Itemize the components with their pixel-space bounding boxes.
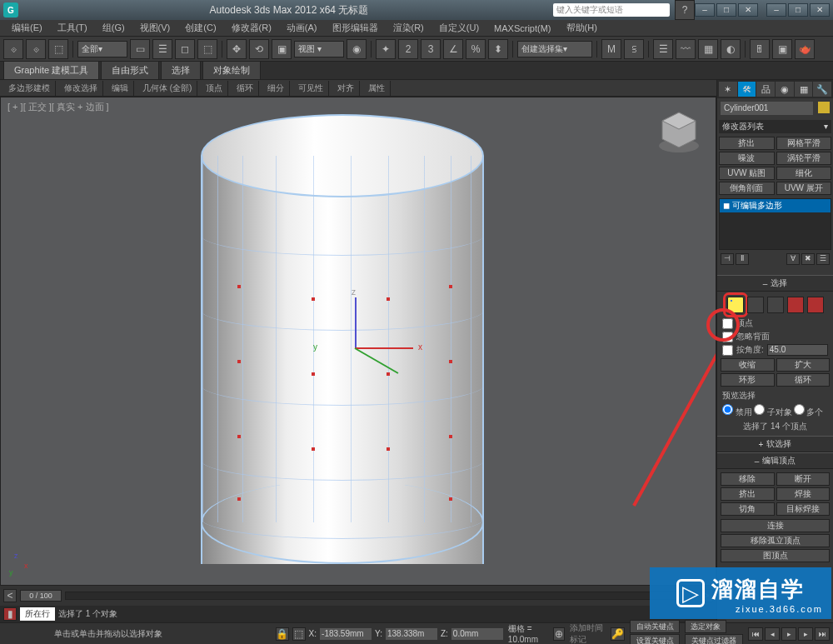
modify-tab-icon[interactable]: 🛠 bbox=[738, 82, 756, 97]
btn-grow[interactable]: 扩大 bbox=[776, 358, 831, 372]
display-tab-icon[interactable]: ▦ bbox=[795, 82, 813, 97]
menu-maxscript[interactable]: MAXScript(M) bbox=[487, 22, 557, 35]
time-knob[interactable]: 0 / 100 bbox=[20, 590, 62, 602]
viewport-label[interactable]: [ + ][ 正交 ][ 真实 + 边面 ] bbox=[7, 101, 109, 113]
goto-start-icon[interactable]: ⏮ bbox=[748, 627, 763, 641]
autokey-button[interactable]: 自动关键点 bbox=[630, 620, 680, 633]
angle-snap-icon[interactable]: ∠ bbox=[443, 39, 463, 59]
btn-connect[interactable]: 连接 bbox=[721, 519, 830, 532]
add-time-label[interactable]: 添加时间标记 bbox=[570, 622, 606, 645]
time-config-icon[interactable]: < bbox=[3, 589, 17, 602]
minimize-button-2[interactable]: – bbox=[766, 3, 786, 17]
object-color-swatch[interactable] bbox=[818, 102, 830, 113]
menu-graph[interactable]: 图形编辑器 bbox=[326, 20, 385, 36]
scale-icon[interactable]: ▣ bbox=[272, 39, 292, 59]
btn-target-weld[interactable]: 目标焊接 bbox=[776, 502, 831, 516]
subtab-align[interactable]: 对齐 bbox=[332, 81, 360, 96]
btn-ring[interactable]: 环形 bbox=[721, 373, 775, 387]
spinner-snap-icon[interactable]: ⬍ bbox=[488, 39, 508, 59]
select-icon[interactable]: ▭ bbox=[130, 39, 150, 59]
now-button[interactable]: 所在行 bbox=[20, 607, 55, 621]
prev-frame-icon[interactable]: ◂ bbox=[765, 627, 780, 641]
mirror-icon[interactable]: M bbox=[601, 39, 621, 59]
checkbox-by-vertex[interactable] bbox=[722, 318, 733, 329]
subtab-vertex[interactable]: 顶点 bbox=[201, 81, 228, 96]
menu-custom[interactable]: 自定义(U) bbox=[432, 20, 486, 36]
radio-multi[interactable] bbox=[794, 404, 805, 415]
close-button[interactable]: ✕ bbox=[738, 3, 758, 17]
viewport[interactable]: [ + ][ 正交 ][ 真实 + 边面 ] bbox=[0, 97, 716, 586]
utilities-tab-icon[interactable]: 🔧 bbox=[813, 82, 831, 97]
btn-remove-map[interactable]: 图顶点 bbox=[721, 549, 830, 562]
hierarchy-tab-icon[interactable]: 品 bbox=[756, 82, 775, 97]
render-frame-icon[interactable]: ▣ bbox=[772, 39, 792, 59]
configure-icon[interactable]: ☰ bbox=[816, 253, 830, 265]
pin-icon[interactable]: ⊣ bbox=[721, 253, 734, 265]
pct-snap-icon[interactable]: % bbox=[466, 39, 486, 59]
menu-view[interactable]: 视图(V) bbox=[133, 20, 177, 36]
checkbox-by-angle[interactable] bbox=[722, 345, 733, 356]
rollout-selection[interactable]: –选择 bbox=[717, 275, 833, 292]
close-button-2[interactable]: ✕ bbox=[810, 3, 830, 17]
render-icon[interactable]: 🫖 bbox=[795, 39, 815, 59]
subtab-modsel[interactable]: 修改选择 bbox=[59, 81, 103, 96]
curve-editor-icon[interactable]: 〰 bbox=[676, 39, 696, 59]
stack-item-editable-poly[interactable]: ◼ 可编辑多边形 bbox=[720, 199, 831, 212]
viewcube[interactable] bbox=[654, 106, 704, 156]
menu-group[interactable]: 组(G) bbox=[96, 20, 132, 36]
polygon-subobj-icon[interactable] bbox=[787, 297, 804, 313]
menu-modifier[interactable]: 修改器(R) bbox=[225, 20, 278, 36]
btn-noise[interactable]: 噪波 bbox=[719, 152, 775, 165]
maximize-button[interactable]: □ bbox=[716, 3, 736, 17]
ribbon-tab-select[interactable]: 选择 bbox=[161, 61, 201, 79]
play-icon[interactable]: ▸ bbox=[781, 627, 796, 641]
btn-uvwunwrap[interactable]: UVW 展开 bbox=[776, 182, 832, 195]
subtab-poly[interactable]: 多边形建模 bbox=[3, 81, 56, 96]
help-search-input[interactable]: 键入关键字或短语 bbox=[553, 3, 670, 17]
maximize-button-2[interactable]: □ bbox=[788, 3, 808, 17]
subtab-geom[interactable]: 几何体 (全部) bbox=[137, 81, 197, 96]
show-end-icon[interactable]: Ⅱ bbox=[736, 253, 749, 265]
make-unique-icon[interactable]: ∀ bbox=[786, 253, 800, 265]
material-editor-icon[interactable]: ◐ bbox=[721, 39, 741, 59]
link-icon[interactable]: ⟐ bbox=[3, 39, 23, 59]
menu-edit[interactable]: 编辑(E) bbox=[5, 20, 49, 36]
setkey-button[interactable]: 设置关键点 bbox=[630, 634, 680, 644]
keyfilter-button[interactable]: 关键点过滤器 bbox=[685, 634, 743, 644]
x-field[interactable]: -183.59mm bbox=[320, 628, 372, 640]
named-selset-combo[interactable]: 创建选择集 ▾ bbox=[517, 41, 592, 57]
btn-weld[interactable]: 焊接 bbox=[776, 487, 831, 501]
abs-rel-icon[interactable]: ⬚ bbox=[292, 627, 306, 641]
ribbon-tab-paint[interactable]: 对象绘制 bbox=[202, 61, 261, 79]
render-setup-icon[interactable]: 🎚 bbox=[750, 39, 770, 59]
selection-set-combo[interactable]: 全部 ▾ bbox=[77, 41, 127, 57]
menu-create[interactable]: 创建(C) bbox=[178, 20, 222, 36]
menu-tools[interactable]: 工具(T) bbox=[51, 20, 94, 36]
btn-extrude2[interactable]: 挤出 bbox=[721, 487, 775, 501]
btn-extrude[interactable]: 挤出 bbox=[719, 137, 775, 150]
snap2-icon[interactable]: 2 bbox=[398, 39, 418, 59]
angle-field[interactable]: 45.0 bbox=[767, 344, 828, 356]
schematic-icon[interactable]: ▦ bbox=[698, 39, 718, 59]
btn-turbosmooth[interactable]: 涡轮平滑 bbox=[776, 152, 832, 165]
cylinder-object[interactable] bbox=[201, 114, 484, 564]
radio-disable[interactable] bbox=[722, 404, 733, 415]
y-field[interactable]: 138.338m bbox=[386, 628, 437, 640]
z-field[interactable]: 0.0mm bbox=[451, 628, 503, 640]
remove-mod-icon[interactable]: ✖ bbox=[801, 253, 815, 265]
minimize-button[interactable]: – bbox=[695, 3, 715, 17]
modifier-stack[interactable]: ◼ 可编辑多边形 bbox=[719, 198, 831, 250]
btn-meshsmooth[interactable]: 网格平滑 bbox=[776, 137, 832, 150]
create-tab-icon[interactable]: ✶ bbox=[719, 82, 737, 97]
btn-shrink[interactable]: 收缩 bbox=[721, 358, 775, 372]
next-frame-icon[interactable]: ▸ bbox=[798, 627, 813, 641]
manip-icon[interactable]: ✦ bbox=[376, 39, 396, 59]
filters-icon[interactable]: ▮ bbox=[3, 607, 17, 621]
unlink-icon[interactable]: ⟐ bbox=[26, 39, 46, 59]
element-subobj-icon[interactable] bbox=[807, 297, 824, 313]
btn-tessellate[interactable]: 细化 bbox=[776, 167, 832, 180]
pivot-icon[interactable]: ◉ bbox=[347, 39, 367, 59]
goto-end-icon[interactable]: ⏭ bbox=[815, 627, 830, 641]
menu-animation[interactable]: 动画(A) bbox=[280, 20, 324, 36]
checkbox-ignore-back[interactable] bbox=[722, 332, 733, 342]
